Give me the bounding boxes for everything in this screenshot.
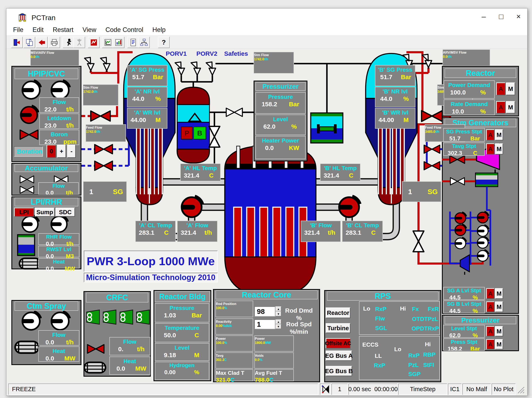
readout-value: 3485.0 (425, 130, 435, 134)
reactor-core-title: Reactor Core (215, 290, 317, 299)
menu-edit[interactable]: Edit (32, 26, 44, 34)
close-button[interactable]: × (510, 8, 527, 25)
pzr-level-manual-button[interactable]: M (495, 326, 503, 336)
readout-value: 1742.0 (83, 90, 93, 94)
readout-unit: % (472, 89, 494, 96)
menu-code-control[interactable]: Code Control (105, 26, 143, 34)
core-power-mw-readout: Power1800.0MW (254, 335, 294, 352)
status-ic[interactable]: IC1 (448, 384, 462, 395)
readout-value: 158.2 (256, 101, 283, 108)
sga-lvl-manual-button[interactable]: M (495, 288, 503, 299)
readout-unit: Bar (466, 135, 484, 142)
lpi-button[interactable]: LPI (14, 208, 34, 217)
rb-hydrogen-readout: Hydrogen0.00% (155, 362, 209, 380)
b-nr-lvl-readout: 'B' NR lvl44.0% (375, 87, 415, 107)
core-power-pct-readout: Power100.0% (215, 335, 253, 352)
a-hl-temp-readout: 'A' HL Temp321.4C (180, 164, 221, 181)
rod-dmd-spinner[interactable]: ▲ ▼ (276, 306, 281, 316)
back-button[interactable] (36, 37, 48, 48)
rod-spd-down-icon[interactable]: ▼ (276, 324, 281, 329)
pctran-status-icon (322, 385, 329, 393)
status-malf[interactable]: No Malf (462, 384, 491, 395)
trip-hi-fx: Fx (412, 306, 419, 312)
sg-press-manual-button[interactable]: M (495, 129, 503, 140)
power-demand-auto-button[interactable]: A (496, 82, 506, 95)
pzr-press-auto-button[interactable]: A (486, 339, 494, 349)
safeties-label: Safeties (224, 50, 248, 57)
press-stpt-readout: Press Stpt158.2Bar (443, 338, 485, 351)
report-icon (129, 38, 137, 47)
readout-unit: M (397, 116, 415, 123)
sgb-lvl-manual-button[interactable]: M (495, 302, 503, 312)
readout-label: Flow (39, 183, 78, 189)
run-button[interactable] (63, 37, 74, 48)
rps-turbine-button[interactable]: Turbine (326, 323, 350, 333)
rps-offsite-ac-button[interactable]: Offsite AC (326, 338, 350, 348)
readout-label: Letdown (40, 115, 79, 122)
sgb-lvl-auto-button[interactable]: A (486, 302, 494, 312)
readout-value: 44.5 (444, 294, 466, 301)
menu-view[interactable]: View (82, 26, 96, 34)
boration-plus-button[interactable]: + (57, 145, 66, 158)
menu-restart[interactable]: Restart (53, 26, 73, 34)
readout-label: ARV/MSV Flow (443, 51, 490, 55)
rate-demand-auto-button[interactable]: A (496, 101, 506, 114)
readout-label: Boron (40, 131, 79, 138)
a-wr-lvl-readout: 'A' WR lvl44.00M (127, 108, 167, 129)
pzr-proportional-heater-button[interactable]: P (181, 126, 193, 139)
readout-label: Heater Power (256, 137, 305, 144)
eccs-lo-label: Lo (394, 346, 401, 353)
plot-button[interactable] (102, 37, 114, 48)
rod-spd-spinner[interactable]: ▲ ▼ (276, 319, 281, 329)
rod-spd-input[interactable]: 1 (254, 319, 275, 329)
freeze-button[interactable] (73, 37, 85, 48)
status-timestep[interactable]: TimeStep (398, 384, 447, 395)
readout-label: 'B' NR lvl (375, 88, 415, 95)
print-button[interactable] (48, 37, 60, 48)
minimize-button[interactable]: – (475, 8, 492, 25)
flowchart-button[interactable] (138, 37, 150, 48)
sg-press-auto-button[interactable]: A (486, 129, 494, 140)
sga-lvl-auto-button[interactable]: A (486, 288, 494, 299)
rps-reactor-button[interactable]: Reactor (326, 308, 350, 318)
report-button[interactable] (127, 37, 139, 48)
pzr-level-auto-button[interactable]: A (486, 326, 494, 336)
menu-help[interactable]: Help (152, 26, 166, 34)
rod-dmd-down-icon[interactable]: ▼ (276, 311, 281, 316)
exit-button[interactable] (11, 37, 23, 48)
readout-label: Pressure (155, 305, 209, 311)
graph-box-button[interactable] (113, 37, 125, 48)
transient-plot-button[interactable] (88, 37, 100, 48)
help-button[interactable]: ? (158, 37, 170, 48)
status-plot[interactable]: No Plot (492, 384, 516, 395)
rps-eg-bus-a-button[interactable]: EG Bus A (326, 351, 352, 361)
tavg-manual-button[interactable]: M (495, 143, 503, 155)
back-arrow-icon (38, 38, 46, 47)
pzr-press-manual-button[interactable]: M (495, 339, 503, 349)
pressurizer-readout-title: Pressurizer (255, 82, 306, 91)
boration-count-button[interactable]: 0 (47, 145, 56, 158)
menu-file[interactable]: File (13, 26, 23, 34)
rod-dmd-up-icon[interactable]: ▲ (276, 306, 281, 311)
readout-unit: t/h (448, 55, 452, 59)
sdc-button[interactable]: SDC (56, 208, 75, 217)
readout-label: Power Demand (444, 82, 494, 88)
rate-demand-manual-button[interactable]: M (506, 101, 515, 114)
pzr-backup-heater-button[interactable]: B (193, 126, 206, 139)
readout-value: 62.0 (256, 123, 283, 130)
boration-minus-button[interactable]: - (67, 145, 76, 158)
rps-eg-bus-b-button[interactable]: EG Bus B (326, 366, 352, 376)
readout-value: 0.0 (39, 265, 61, 272)
readout-value: 0.0 (39, 355, 61, 362)
readout-value: 100.0 (444, 89, 472, 96)
restart-button[interactable] (23, 37, 35, 48)
power-demand-manual-button[interactable]: M (506, 82, 515, 95)
rod-spd-up-icon[interactable]: ▲ (276, 319, 281, 324)
rod-dmd-input[interactable]: 98 (254, 306, 275, 316)
sump-button[interactable]: Sump (35, 208, 55, 217)
maximize-button[interactable]: □ (492, 8, 510, 25)
tavg-auto-button[interactable]: A (486, 143, 494, 155)
readout-label: Max Clad T (216, 370, 253, 376)
readout-label: 'A' NR lvl (127, 88, 167, 95)
readout-value: 302.3 (216, 358, 224, 362)
